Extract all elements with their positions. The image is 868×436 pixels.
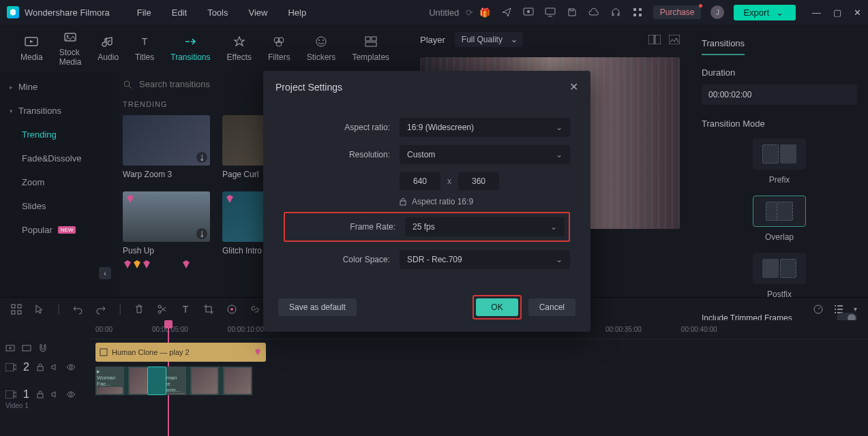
svg-rect-46 [5,390,14,399]
add-track-icon[interactable] [5,343,15,353]
premium-gem-icon [125,194,135,204]
save-icon[interactable] [566,6,578,18]
track-2[interactable]: Human Clone — play 2 [89,342,868,362]
svg-rect-43 [5,363,14,371]
frame-rate-label: Frame Rate: [289,222,395,232]
gift-icon[interactable]: 🎁 [479,6,491,18]
monitor-icon[interactable] [544,6,556,18]
resolution-dropdown[interactable]: Custom [400,145,570,164]
chevron-down-icon[interactable]: ▾ [854,305,857,313]
timeline[interactable]: 2 1 Video 1 00:0000:00:05:0000:00:10:000… [0,320,868,436]
duration-input[interactable] [702,84,857,105]
menu-edit[interactable]: Edit [172,7,187,18]
aspect-ratio-dropdown[interactable]: 16:9 (Widescreen) [400,118,570,137]
ok-button[interactable]: OK [476,298,518,316]
delete-icon[interactable] [134,304,145,315]
transition-item-warp-zoom[interactable]: ↓ Warp Zoom 3 [123,115,210,179]
close-icon[interactable]: ✕ [854,7,861,18]
sync-icon[interactable]: ⟳ [466,7,473,18]
split-icon[interactable] [157,304,168,315]
lock-icon[interactable] [36,390,44,399]
cancel-button[interactable]: Cancel [528,298,575,316]
lock-icon[interactable] [36,363,44,371]
send-icon[interactable] [500,6,513,18]
sidebar-sub-zoom[interactable]: Zoom [0,170,113,194]
save-default-button[interactable]: Save as default [278,298,357,316]
quality-dropdown[interactable]: Full Quality [455,32,523,47]
mute-icon[interactable] [51,390,59,399]
tab-media[interactable]: Media [14,31,50,66]
svg-rect-23 [648,35,654,44]
resolution-width-input[interactable] [400,172,440,190]
mode-prefix[interactable]: Prefix [753,138,806,185]
undo-icon[interactable] [72,304,83,315]
tab-transitions[interactable]: Transitions [164,31,217,66]
export-button[interactable]: Export⌄ [734,5,796,20]
tab-effects[interactable]: Effects [220,31,258,66]
svg-rect-2 [545,8,555,14]
magnet-icon[interactable] [38,343,48,353]
svg-rect-4 [633,8,636,11]
transition-clip[interactable] [147,367,166,395]
prop-tab-transitions[interactable]: Transitions [702,33,745,55]
mode-postfix[interactable]: Postfix [753,253,806,299]
menu-help[interactable]: Help [288,7,306,18]
select-tool-icon[interactable] [11,304,22,315]
sidebar-sub-trending[interactable]: Trending [0,123,113,146]
titlebar: Wondershare Filmora File Edit Tools View… [0,0,868,25]
track-1[interactable]: ▸Woman Fac... ▸Woman Face Openin... [89,365,868,396]
screen-record-icon[interactable] [522,6,535,18]
headphones-icon[interactable] [610,6,622,18]
sidebar-sub-fade[interactable]: Fade&Dissolve [0,146,113,170]
sidebar-item-mine[interactable]: Mine [0,75,113,99]
tab-titles[interactable]: TTitles [128,31,161,66]
sidebar-sub-popular[interactable]: PopularNEW [0,218,113,242]
download-icon[interactable]: ↓ [196,152,207,163]
maximize-icon[interactable]: ▢ [833,7,841,18]
dialog-close-button[interactable]: ✕ [569,80,578,93]
color-space-dropdown[interactable]: SDR - Rec.709 [400,250,570,269]
transition-item-push-up[interactable]: ↓ Push Up [123,191,210,255]
download-icon[interactable]: ↓ [196,228,207,239]
title-clip[interactable]: Human Clone — play 2 [95,343,266,362]
cursor-tool-icon[interactable] [34,304,45,315]
mode-overlap[interactable]: Overlap [753,196,806,242]
svg-point-33 [158,305,161,308]
duration-label: Duration [702,67,857,78]
link-icon[interactable] [250,304,260,315]
frame-rate-dropdown[interactable]: 25 fps [405,217,565,236]
minimize-icon[interactable]: — [812,7,821,18]
eye-icon[interactable] [66,391,76,398]
sidebar-item-transitions[interactable]: Transitions [0,99,113,123]
sidebar-collapse-button[interactable]: ‹ [99,267,111,279]
tab-filters[interactable]: Filters [261,31,297,66]
record-icon[interactable] [226,304,237,315]
menu-file[interactable]: File [137,7,151,18]
crop-icon[interactable] [203,304,214,315]
premium-gem-icon [225,194,235,204]
user-avatar[interactable]: J [710,5,724,19]
redo-icon[interactable] [95,304,106,315]
track-options-icon[interactable] [22,343,31,353]
svg-point-16 [318,40,320,41]
video-clip-2[interactable]: ▸Woman Face Openin... [157,367,252,395]
cloud-icon[interactable] [588,6,600,18]
svg-rect-47 [38,394,43,398]
lock-icon[interactable] [400,198,406,206]
eye-icon[interactable] [66,364,76,371]
menu-tools[interactable]: Tools [207,7,228,18]
compare-view-icon[interactable] [648,35,661,44]
picture-view-icon[interactable] [669,35,680,44]
tab-audio[interactable]: Audio [91,31,125,66]
resolution-height-input[interactable] [458,172,499,190]
tab-templates[interactable]: Templates [345,31,396,66]
apps-icon[interactable] [631,6,644,18]
sidebar-sub-slides[interactable]: Slides [0,194,113,218]
tab-stock-media[interactable]: Stock Media [53,26,89,71]
text-tool-icon[interactable]: T [180,304,191,315]
speed-icon[interactable] [813,304,824,315]
menu-view[interactable]: View [248,7,267,18]
mute-icon[interactable] [51,363,59,371]
tab-stickers[interactable]: Stickers [300,31,343,66]
purchase-button[interactable]: Purchase [653,5,702,19]
